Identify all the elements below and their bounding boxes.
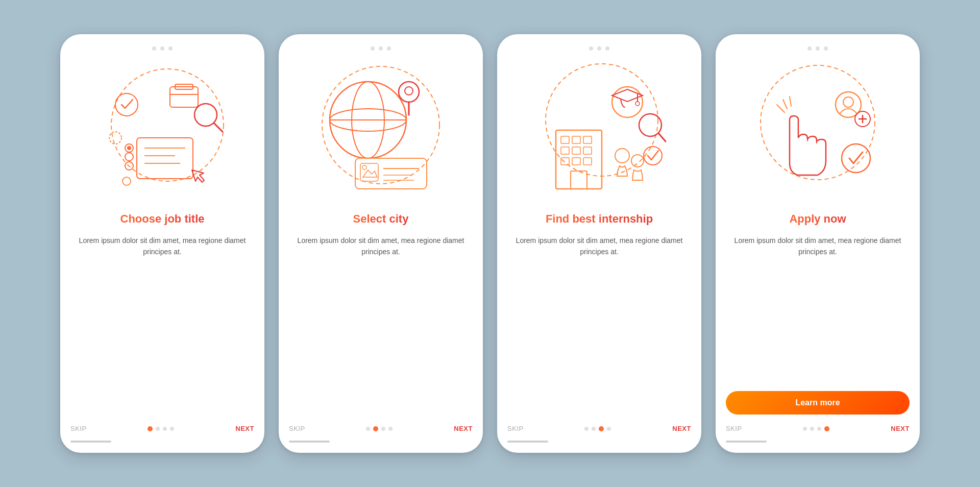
dot <box>592 427 596 431</box>
svg-rect-39 <box>561 158 569 165</box>
svg-point-46 <box>635 102 640 106</box>
dot <box>584 427 589 431</box>
notch-dot <box>160 46 164 51</box>
phone-notch-1 <box>152 46 173 51</box>
nav-row-4: SKIP NEXT <box>726 423 910 434</box>
svg-point-13 <box>125 153 133 161</box>
svg-rect-37 <box>572 147 580 154</box>
next-button-4[interactable]: NEXT <box>891 425 910 432</box>
svg-rect-25 <box>355 158 427 189</box>
svg-rect-33 <box>561 136 569 143</box>
phone-title-4: Apply now <box>789 212 846 227</box>
nav-row-2: SKIP NEXT <box>289 423 473 434</box>
select-city-illustration <box>309 59 452 202</box>
phones-container: Choose job title Lorem ipsum dolor sit d… <box>40 14 940 473</box>
svg-point-51 <box>644 147 662 165</box>
bottom-bar-1 <box>70 441 111 443</box>
nav-row-1: SKIP NEXT <box>70 423 254 434</box>
dot <box>817 427 821 431</box>
svg-point-52 <box>761 65 875 180</box>
svg-point-0 <box>111 69 224 181</box>
notch-dot <box>605 46 609 51</box>
phone-title-2: Select city <box>353 212 409 227</box>
svg-point-49 <box>615 149 629 163</box>
nav-dots-3 <box>584 426 611 431</box>
next-button-1[interactable]: NEXT <box>235 425 254 432</box>
dot-active <box>824 426 829 431</box>
next-button-3[interactable]: NEXT <box>672 425 691 432</box>
notch-dot <box>152 46 156 51</box>
bottom-bar-2 <box>289 441 330 443</box>
phone-footer-2: SKIP NEXT <box>289 423 473 443</box>
phone-1: Choose job title Lorem ipsum dolor sit d… <box>60 34 264 453</box>
svg-rect-41 <box>583 158 592 165</box>
nav-dots-2 <box>366 426 393 431</box>
skip-button-1[interactable]: SKIP <box>70 425 87 432</box>
dot <box>366 427 370 431</box>
apply-now-illustration <box>746 59 889 202</box>
svg-point-23 <box>399 82 419 102</box>
svg-rect-32 <box>556 130 602 189</box>
learn-more-button[interactable]: Learn more <box>726 391 910 415</box>
svg-line-6 <box>214 123 223 132</box>
next-button-2[interactable]: NEXT <box>454 425 473 432</box>
notch-dot <box>597 46 601 51</box>
job-search-illustration <box>91 59 234 202</box>
dot <box>388 427 393 431</box>
notch-dot <box>824 46 828 51</box>
svg-rect-42 <box>571 171 587 189</box>
dot <box>156 427 160 431</box>
dot <box>163 427 167 431</box>
svg-rect-40 <box>572 158 580 165</box>
svg-line-48 <box>658 133 666 141</box>
svg-rect-36 <box>561 147 569 154</box>
svg-point-27 <box>362 165 366 169</box>
phone-title-3: Find best internship <box>546 212 653 227</box>
svg-rect-38 <box>583 147 592 154</box>
dot <box>803 427 807 431</box>
svg-line-57 <box>783 100 787 109</box>
dot-active <box>148 426 153 431</box>
svg-line-58 <box>790 96 791 106</box>
skip-button-3[interactable]: SKIP <box>507 425 524 432</box>
phone-desc-4: Lorem ipsum dolor sit dim amet, mea regi… <box>726 235 910 258</box>
internship-illustration <box>528 59 671 202</box>
svg-point-64 <box>842 144 870 173</box>
phone-desc-2: Lorem ipsum dolor sit dim amet, mea regi… <box>289 235 473 258</box>
phone-notch-3 <box>589 46 609 51</box>
skip-button-4[interactable]: SKIP <box>726 425 742 432</box>
svg-rect-35 <box>583 136 592 143</box>
phone-title-1: Choose job title <box>120 212 205 227</box>
dot <box>170 427 174 431</box>
svg-point-1 <box>115 93 138 116</box>
notch-dot <box>371 46 375 51</box>
phone-footer-1: SKIP NEXT <box>70 423 254 443</box>
notch-dot <box>387 46 391 51</box>
phone-footer-3: SKIP NEXT <box>507 423 691 443</box>
phone-3: Find best internship Lorem ipsum dolor s… <box>497 34 701 453</box>
svg-marker-15 <box>192 170 204 182</box>
svg-point-17 <box>122 177 131 185</box>
notch-dot <box>168 46 173 51</box>
svg-line-56 <box>777 105 785 112</box>
notch-dot <box>816 46 820 51</box>
notch-dot <box>589 46 593 51</box>
bottom-bar-3 <box>507 441 548 443</box>
dot <box>607 427 611 431</box>
svg-point-60 <box>843 97 853 107</box>
dot <box>810 427 814 431</box>
phone-2: Select city Lorem ipsum dolor sit dim am… <box>279 34 483 453</box>
notch-dot <box>379 46 383 51</box>
phone-notch-2 <box>371 46 391 51</box>
skip-button-2[interactable]: SKIP <box>289 425 305 432</box>
svg-point-50 <box>631 155 644 167</box>
svg-rect-7 <box>137 138 193 179</box>
nav-dots-4 <box>803 426 829 431</box>
dot-active <box>599 426 604 431</box>
dot-active <box>373 426 378 431</box>
dot <box>381 427 385 431</box>
phone-footer-4: Learn more SKIP NEXT <box>726 391 910 443</box>
svg-point-16 <box>109 132 121 144</box>
svg-point-12 <box>127 146 131 150</box>
notch-dot <box>807 46 812 51</box>
